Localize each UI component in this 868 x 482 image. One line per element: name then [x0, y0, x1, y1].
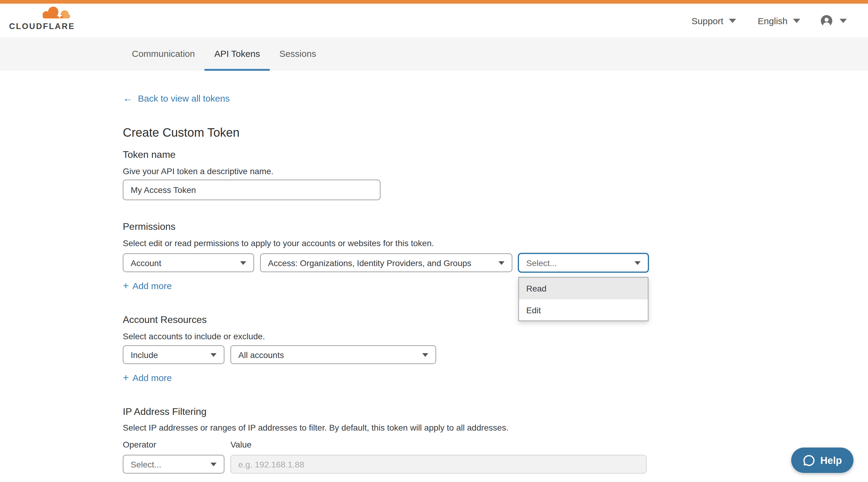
permission-group-value: Access: Organizations, Identity Provider…	[268, 258, 471, 268]
help-button[interactable]: Help	[791, 448, 854, 473]
permission-group-select[interactable]: Access: Organizations, Identity Provider…	[260, 253, 512, 272]
account-resources-description: Select accounts to include or exclude.	[123, 331, 265, 341]
account-resources-heading: Account Resources	[123, 315, 207, 325]
ip-operator-placeholder: Select...	[131, 459, 161, 469]
chevron-down-icon	[729, 19, 736, 23]
permission-level-select[interactable]: Select...	[518, 253, 648, 272]
chevron-down-icon	[211, 353, 217, 356]
permission-scope-select[interactable]: Account	[123, 253, 254, 272]
page-title: Create Custom Token	[123, 126, 240, 140]
chevron-down-icon	[840, 19, 847, 23]
plus-icon: +	[123, 281, 129, 290]
chevron-down-icon	[422, 353, 428, 356]
resources-mode-select[interactable]: Include	[123, 345, 224, 364]
ip-filtering-description: Select IP addresses or ranges of IP addr…	[123, 423, 508, 432]
dropdown-option-read[interactable]: Read	[519, 278, 648, 299]
permissions-description: Select edit or read permissions to apply…	[123, 238, 434, 248]
left-arrow-icon: ←	[123, 94, 133, 103]
language-menu-label: English	[758, 15, 787, 26]
support-menu[interactable]: Support	[692, 15, 736, 26]
chevron-down-icon	[240, 261, 246, 265]
resources-add-more-link[interactable]: + Add more	[123, 373, 172, 383]
cloudflare-cloud-icon	[9, 6, 72, 21]
value-label: Value	[230, 440, 252, 449]
chevron-down-icon	[634, 261, 641, 265]
brand-wordmark: CLOUDFLARE	[9, 22, 72, 31]
tab-sessions[interactable]: Sessions	[270, 37, 326, 71]
chevron-down-icon	[498, 261, 504, 265]
permission-level-placeholder: Select...	[526, 258, 557, 268]
token-name-description: Give your API token a descriptive name.	[123, 166, 273, 176]
ip-operator-select[interactable]: Select...	[123, 455, 224, 474]
language-menu[interactable]: English	[758, 15, 800, 26]
dropdown-option-edit[interactable]: Edit	[519, 299, 648, 321]
help-button-label: Help	[820, 454, 842, 466]
tab-communication[interactable]: Communication	[122, 37, 205, 71]
resources-account-select[interactable]: All accounts	[230, 345, 436, 364]
permission-scope-value: Account	[131, 258, 161, 268]
header-nav: Support English	[692, 4, 847, 37]
ip-filtering-heading: IP Address Filtering	[123, 407, 207, 417]
chevron-down-icon	[793, 19, 800, 23]
back-to-tokens-link[interactable]: ← Back to view all tokens	[123, 93, 230, 103]
back-link-label: Back to view all tokens	[138, 93, 230, 103]
tab-api-tokens[interactable]: API Tokens	[205, 37, 270, 71]
chat-bubble-icon	[803, 454, 815, 467]
permission-level-dropdown: Read Edit	[518, 277, 648, 321]
token-name-heading: Token name	[123, 149, 176, 160]
resources-account-value: All accounts	[238, 350, 284, 359]
plus-icon: +	[123, 373, 129, 382]
permissions-add-more-link[interactable]: + Add more	[123, 281, 172, 291]
resources-mode-value: Include	[131, 350, 158, 359]
header: CLOUDFLARE Support English	[0, 4, 868, 37]
token-name-input[interactable]	[123, 180, 380, 200]
cloudflare-logo[interactable]: CLOUDFLARE	[9, 6, 72, 31]
page: CLOUDFLARE Support English	[0, 0, 868, 482]
top-accent-bar	[0, 0, 868, 4]
permissions-heading: Permissions	[123, 221, 176, 232]
user-avatar-icon	[821, 15, 832, 26]
account-menu-toggle[interactable]	[840, 19, 847, 23]
support-menu-label: Support	[692, 15, 723, 26]
chevron-down-icon	[211, 462, 217, 466]
account-avatar[interactable]	[821, 15, 832, 26]
profile-tab-bar: Communication API Tokens Sessions	[0, 37, 868, 71]
operator-label: Operator	[123, 440, 156, 449]
resources-add-more-label: Add more	[132, 373, 172, 383]
permissions-add-more-label: Add more	[132, 281, 172, 291]
ip-value-input[interactable]	[230, 455, 647, 474]
